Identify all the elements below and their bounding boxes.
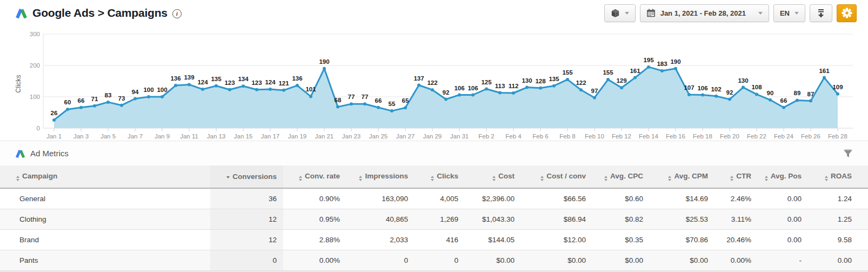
svg-text:Feb 2: Feb 2 <box>478 133 494 140</box>
metric-cell: 9.58 <box>808 230 868 250</box>
table-row: Clothing120.95%40,8651,269$1,043.30$86.9… <box>0 209 868 230</box>
metric-cell: $1,043.30 <box>465 209 521 230</box>
section-title: Ad Metrics <box>30 149 69 158</box>
svg-text:68: 68 <box>335 97 342 103</box>
column-label: Impressions <box>365 172 408 180</box>
column-label: Avg. CPC <box>610 172 643 180</box>
svg-text:100: 100 <box>157 87 167 93</box>
column-header-campaign[interactable]: Campaign <box>0 165 210 188</box>
svg-text:77: 77 <box>348 94 355 100</box>
svg-text:Feb 4: Feb 4 <box>505 133 522 140</box>
metric-cell: $144.05 <box>465 230 521 250</box>
metric-cell: $0.60 <box>592 188 650 209</box>
svg-text:Jan 23: Jan 23 <box>342 133 361 140</box>
svg-text:136: 136 <box>170 75 181 82</box>
svg-text:Jan 17: Jan 17 <box>261 133 280 140</box>
svg-text:128: 128 <box>535 78 546 84</box>
settings-button[interactable] <box>837 4 857 22</box>
svg-text:Feb 8: Feb 8 <box>559 133 575 140</box>
filter-icon[interactable] <box>843 149 853 158</box>
column-header-avg-pos[interactable]: Avg. Pos <box>758 165 808 188</box>
column-header-ctr[interactable]: CTR <box>715 165 758 188</box>
y-axis-labels: 0100200300 <box>30 31 40 131</box>
metric-cell: - <box>758 250 808 271</box>
svg-text:83: 83 <box>105 92 112 98</box>
column-header-avg-cpm[interactable]: Avg. CPM <box>650 165 715 188</box>
metric-cell: 4,005 <box>415 188 465 209</box>
svg-text:Feb 20: Feb 20 <box>720 133 739 140</box>
metric-cell: $0.82 <box>592 209 650 230</box>
metric-cell: 1,269 <box>415 209 465 230</box>
svg-text:66: 66 <box>78 97 85 104</box>
metric-cell: $0.00 <box>592 250 650 271</box>
table-row: Pants00.00%00$0.00$0.00$0.00$0.000.00%-0… <box>0 250 868 271</box>
metric-cell: 0.95% <box>283 209 346 230</box>
metric-cell: 0 <box>210 250 283 271</box>
sort-icon <box>668 176 671 181</box>
svg-text:129: 129 <box>616 77 626 84</box>
column-header-cost-conv[interactable]: Cost / conv <box>521 165 592 188</box>
download-button[interactable] <box>810 4 832 22</box>
metric-cell: 0.00 <box>808 250 868 271</box>
svg-text:122: 122 <box>576 79 586 86</box>
column-label: Clicks <box>437 172 458 180</box>
sort-icon <box>540 176 544 181</box>
column-header-clicks[interactable]: Clicks <box>415 165 465 188</box>
svg-text:112: 112 <box>509 83 519 89</box>
metric-cell: $14.69 <box>650 188 715 209</box>
svg-text:106: 106 <box>697 85 707 91</box>
calendar-icon <box>646 9 656 17</box>
metric-cell: $86.94 <box>521 209 592 230</box>
ad-metrics-panel: Ad Metrics CampaignConversionsConv. rate… <box>0 141 868 271</box>
metric-cell: 40,865 <box>346 209 415 230</box>
svg-text:106: 106 <box>454 85 464 91</box>
svg-text:Jan 7: Jan 7 <box>128 133 143 140</box>
svg-text:300: 300 <box>30 31 40 37</box>
column-label: Conv. rate <box>305 172 340 180</box>
svg-text:Jan 15: Jan 15 <box>234 133 253 140</box>
sort-desc-icon <box>226 176 230 178</box>
module-picker-button[interactable] <box>604 4 636 22</box>
metric-cell: 0 <box>346 250 415 271</box>
svg-text:109: 109 <box>832 84 843 90</box>
svg-text:100: 100 <box>30 94 40 100</box>
svg-text:183: 183 <box>657 61 667 67</box>
google-ads-logo-icon <box>15 149 25 158</box>
column-header-conv-rate[interactable]: Conv. rate <box>283 165 346 188</box>
column-header-roas[interactable]: ROAS <box>808 165 868 188</box>
column-header-impressions[interactable]: Impressions <box>346 165 415 188</box>
date-range-button[interactable]: Jan 1, 2021 - Feb 28, 2021 <box>640 4 769 22</box>
svg-text:Feb 28: Feb 28 <box>828 133 847 140</box>
x-axis: Jan 1Jan 3Jan 5Jan 7Jan 9Jan 11Jan 13Jan… <box>46 128 847 140</box>
svg-text:66: 66 <box>375 97 382 104</box>
metric-cell: $0.00 <box>465 250 521 271</box>
svg-text:101: 101 <box>305 86 316 92</box>
metric-cell: 416 <box>415 230 465 250</box>
chevron-down-icon <box>794 12 799 15</box>
svg-text:0: 0 <box>37 125 40 131</box>
svg-text:136: 136 <box>292 75 302 82</box>
info-icon[interactable] <box>172 9 182 18</box>
language-button[interactable]: EN <box>773 4 805 22</box>
column-label: Avg. Pos <box>771 172 802 180</box>
metric-cell: $0.35 <box>592 230 650 250</box>
column-label: Cost <box>498 172 515 180</box>
svg-text:161: 161 <box>819 68 830 74</box>
column-header-avg-cpc[interactable]: Avg. CPC <box>592 165 650 188</box>
svg-text:123: 123 <box>224 79 235 86</box>
app-header: Google Ads > Campaigns Jan 1, 2021 - Feb… <box>0 0 868 26</box>
column-header-conversions[interactable]: Conversions <box>210 165 283 188</box>
svg-text:Feb 16: Feb 16 <box>666 133 685 140</box>
svg-text:Jan 21: Jan 21 <box>315 133 334 140</box>
sort-icon <box>16 176 19 181</box>
column-header-cost[interactable]: Cost <box>465 165 521 188</box>
metric-cell: 20.46% <box>715 230 758 250</box>
campaign-name-cell: Brand <box>0 230 210 250</box>
svg-text:Feb 6: Feb 6 <box>532 133 548 140</box>
svg-text:155: 155 <box>562 69 573 76</box>
sort-icon <box>604 176 607 181</box>
svg-text:Jan 31: Jan 31 <box>450 133 469 140</box>
metric-cell: $0.00 <box>521 250 592 271</box>
metric-cell: $25.53 <box>650 209 715 230</box>
svg-text:26: 26 <box>51 110 58 116</box>
